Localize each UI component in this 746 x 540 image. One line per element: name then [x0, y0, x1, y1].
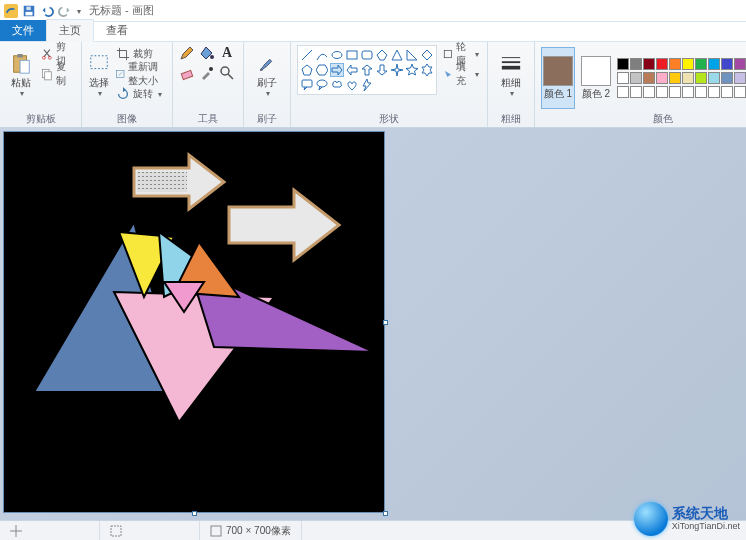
magnifier-tool[interactable]	[219, 65, 235, 81]
shape-line[interactable]	[300, 48, 314, 62]
palette-color[interactable]	[656, 72, 668, 84]
shape-polygon[interactable]	[375, 48, 389, 62]
shape-heart[interactable]	[345, 78, 359, 92]
shape-callout-rect[interactable]	[300, 78, 314, 92]
paste-button[interactable]: 粘贴	[6, 45, 35, 107]
tab-view[interactable]: 查看	[94, 20, 140, 41]
group-shapes: 轮廓 填充 形状	[291, 42, 488, 127]
palette-color[interactable]	[721, 58, 733, 70]
svg-marker-22	[392, 50, 402, 60]
tab-home[interactable]: 主页	[46, 19, 94, 42]
svg-rect-0	[4, 4, 18, 18]
palette-color[interactable]	[682, 58, 694, 70]
svg-marker-32	[406, 64, 418, 75]
redo-button[interactable]	[57, 3, 73, 19]
resize-button[interactable]: 重新调整大小	[114, 65, 166, 83]
color1-button[interactable]: 颜色 1	[541, 47, 575, 109]
color1-swatch	[543, 56, 573, 86]
shape-callout-cloud[interactable]	[330, 78, 344, 92]
svg-marker-24	[422, 50, 432, 60]
qat-dropdown[interactable]	[75, 6, 81, 16]
svg-rect-53	[137, 172, 187, 192]
picker-tool[interactable]	[199, 65, 215, 81]
rotate-button[interactable]: 旋转	[114, 85, 166, 103]
resize-handle-s[interactable]	[192, 511, 197, 516]
svg-point-16	[221, 67, 229, 75]
status-canvas-size: 700 × 700像素	[200, 521, 302, 540]
canvas-wrapper	[4, 132, 742, 512]
palette-row-1	[617, 58, 746, 70]
title-bar: 无标题 - 画图	[0, 0, 746, 22]
palette-color[interactable]	[630, 72, 642, 84]
stroke-button[interactable]: 粗细	[494, 45, 528, 107]
pencil-tool[interactable]	[179, 45, 195, 61]
fill-tool[interactable]	[199, 45, 215, 61]
svg-rect-19	[347, 51, 357, 59]
group-stroke: 粗细 粗细	[488, 42, 535, 127]
svg-point-18	[332, 52, 342, 59]
shape-arrow-right[interactable]	[330, 63, 344, 77]
eraser-tool[interactable]	[179, 65, 195, 81]
save-button[interactable]	[21, 3, 37, 19]
shape-oval[interactable]	[330, 48, 344, 62]
tab-file[interactable]: 文件	[0, 20, 46, 41]
palette-color[interactable]	[669, 58, 681, 70]
palette-row-custom	[617, 86, 746, 98]
palette-color[interactable]	[617, 72, 629, 84]
text-tool[interactable]: A	[219, 45, 235, 61]
svg-marker-28	[347, 65, 357, 75]
shape-curve[interactable]	[315, 48, 329, 62]
workspace[interactable]	[0, 128, 746, 520]
resize-handle-se[interactable]	[383, 511, 388, 516]
palette-color[interactable]	[721, 72, 733, 84]
group-tools: A 工具	[173, 42, 244, 127]
color2-swatch	[581, 56, 611, 86]
svg-rect-60	[211, 526, 221, 536]
svg-point-35	[317, 80, 327, 87]
shape-rect[interactable]	[345, 48, 359, 62]
palette-color[interactable]	[682, 72, 694, 84]
shape-star6[interactable]	[420, 63, 434, 77]
status-selection-size	[100, 521, 200, 540]
shape-pentagon[interactable]	[300, 63, 314, 77]
shapes-gallery[interactable]	[297, 45, 437, 95]
shape-arrow-up[interactable]	[360, 63, 374, 77]
group-brush: 刷子 刷子	[244, 42, 291, 127]
shape-diamond[interactable]	[420, 48, 434, 62]
copy-button[interactable]: 复制	[39, 65, 75, 83]
palette-color[interactable]	[617, 58, 629, 70]
palette-color[interactable]	[656, 58, 668, 70]
palette-color[interactable]	[643, 58, 655, 70]
palette-color[interactable]	[734, 72, 746, 84]
shape-roundrect[interactable]	[360, 48, 374, 62]
palette-color[interactable]	[643, 72, 655, 84]
palette-color[interactable]	[669, 72, 681, 84]
color2-button[interactable]: 颜色 2	[579, 47, 613, 109]
palette-color[interactable]	[708, 72, 720, 84]
palette-color[interactable]	[695, 72, 707, 84]
shape-lightning[interactable]	[360, 78, 374, 92]
custom-color-slot[interactable]	[617, 86, 629, 98]
shape-arrow-down[interactable]	[375, 63, 389, 77]
svg-line-17	[302, 50, 312, 60]
svg-rect-59	[111, 526, 121, 536]
shape-callout-oval[interactable]	[315, 78, 329, 92]
shape-arrow-left[interactable]	[345, 63, 359, 77]
shape-triangle[interactable]	[390, 48, 404, 62]
palette-color[interactable]	[630, 58, 642, 70]
palette-color[interactable]	[708, 58, 720, 70]
svg-marker-36	[363, 79, 371, 91]
shape-star4[interactable]	[390, 63, 404, 77]
shape-right-triangle[interactable]	[405, 48, 419, 62]
palette-color[interactable]	[695, 58, 707, 70]
palette-color[interactable]	[734, 58, 746, 70]
group-clipboard-label: 剪贴板	[6, 110, 75, 126]
brush-button[interactable]: 刷子	[250, 45, 284, 107]
undo-button[interactable]	[39, 3, 55, 19]
shape-hexagon[interactable]	[315, 63, 329, 77]
shape-star5[interactable]	[405, 63, 419, 77]
resize-handle-e[interactable]	[383, 320, 388, 325]
fill-button[interactable]: 填充	[441, 65, 481, 83]
select-button[interactable]: 选择	[88, 45, 110, 107]
canvas[interactable]	[4, 132, 384, 512]
